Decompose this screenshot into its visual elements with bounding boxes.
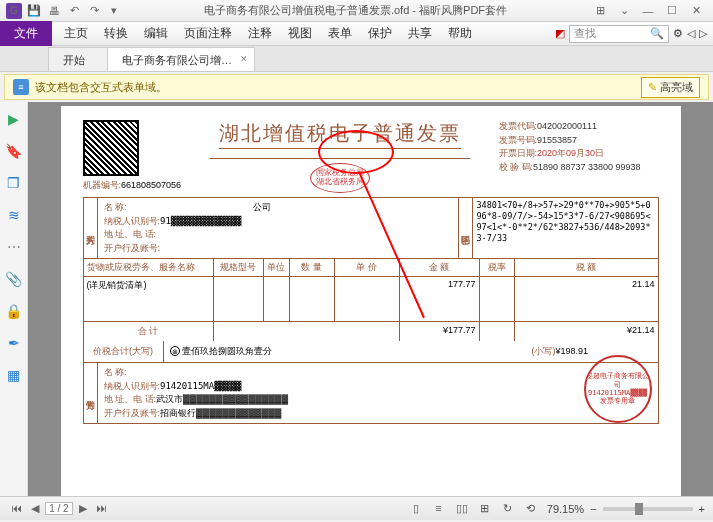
cipher-text: 34801<70+/8+>57+>29*0**70+>905*5+096*8-0… [473, 198, 658, 258]
menu-protect[interactable]: 保护 [360, 21, 400, 46]
file-menu[interactable]: 文件 [0, 21, 52, 46]
undo-icon[interactable]: ↶ [66, 3, 82, 19]
outline-icon[interactable]: 🔖 [5, 142, 23, 160]
menu-view[interactable]: 视图 [280, 21, 320, 46]
company-seal: 旻超电子商务有限公司 91420115MA▓▓▓▓ 发票专用章 [584, 355, 652, 423]
view-modes: ▯ ≡ ▯▯ ⊞ ↻ ⟲ [406, 500, 541, 517]
highlight-label: 高亮域 [660, 80, 693, 95]
single-page-icon[interactable]: ▯ [407, 501, 425, 517]
items-header: 货物或应税劳务、服务名称 规格型号 单位 数 量 单 价 金 额 税率 税 额 [84, 259, 658, 277]
menu-convert[interactable]: 转换 [96, 21, 136, 46]
search-icon[interactable]: 🔍 [650, 27, 664, 40]
zoom-out-icon[interactable]: − [590, 503, 596, 515]
seller-info: 名 称: 纳税人识别号:91420115MA▓▓▓▓▓ 地 址、电 话:武汉市▓… [98, 363, 658, 423]
menu-bar: 文件 主页 转换 编辑 页面注释 注释 视图 表单 保护 共享 帮助 ◩ 查找 … [0, 22, 713, 46]
status-bar: ⏮ ◀ 1 / 2 ▶ ⏭ ▯ ≡ ▯▯ ⊞ ↻ ⟲ 79.15% − + [0, 496, 713, 520]
tab-document[interactable]: 电子商务有限公司增…✕ [107, 47, 255, 71]
buyer-label: 购买方 [84, 198, 98, 258]
zoom-value: 79.15% [547, 503, 584, 515]
rotate-icon[interactable]: ⟲ [522, 501, 540, 517]
continuous-icon[interactable]: ≡ [430, 500, 448, 516]
bookmark-icon[interactable]: ▶ [5, 110, 23, 128]
menu-help[interactable]: 帮助 [440, 21, 480, 46]
page-input[interactable]: 1 / 2 [45, 502, 72, 515]
app-logo: G [6, 3, 22, 19]
zoom-slider[interactable] [603, 507, 693, 511]
annotation-circle-seal [318, 130, 394, 174]
tab-document-label: 电子商务有限公司增… [122, 54, 232, 66]
page-nav: ⏮ ◀ 1 / 2 ▶ ⏭ [8, 502, 110, 515]
highlight-fields-button[interactable]: ✎高亮域 [641, 77, 700, 98]
window-title: 电子商务有限公司增值税电子普通发票.ofd - 福昕风腾PDF套件 [122, 3, 589, 18]
security-icon[interactable]: 🔒 [5, 302, 23, 320]
continuous-facing-icon[interactable]: ⊞ [476, 501, 494, 517]
qr-code [83, 120, 139, 176]
search-placeholder: 查找 [574, 26, 596, 41]
zoom-in-icon[interactable]: + [699, 503, 705, 515]
highlight-icon: ✎ [648, 81, 657, 94]
redo-icon[interactable]: ↷ [86, 3, 102, 19]
tab-start-label: 开始 [63, 54, 85, 66]
maximize-icon[interactable]: ☐ [661, 3, 683, 19]
capital-row: 价税合计(大写) ⊗壹佰玖拾捌圆玖角壹分 (小写)¥198.91 [84, 341, 658, 363]
last-page-icon[interactable]: ⏭ [93, 502, 110, 514]
reflow-icon[interactable]: ↻ [499, 501, 517, 517]
fields-icon[interactable]: ▦ [5, 366, 23, 384]
document-tabs: 开始 电子商务有限公司增…✕ [0, 46, 713, 72]
attachments-icon[interactable]: 📎 [5, 270, 23, 288]
menu-comment[interactable]: 注释 [240, 21, 280, 46]
minimize-icon[interactable]: — [637, 3, 659, 19]
settings-icon[interactable]: ⚙ [673, 27, 683, 40]
ribbon-min-icon[interactable]: ◁ [687, 27, 695, 40]
machine-number: 机器编号:661808507056 [83, 179, 182, 192]
document-canvas[interactable]: 机器编号:661808507056 湖北增值税电子普通发票 国家税务总局 湖北省… [28, 102, 713, 496]
menu-home[interactable]: 主页 [56, 21, 96, 46]
menu-page[interactable]: 页面注释 [176, 21, 240, 46]
ribbon-help-icon[interactable]: ⌄ [613, 3, 635, 19]
info-icon: ≡ [13, 79, 29, 95]
print-icon[interactable]: 🖶 [46, 3, 62, 19]
invoice-codes: 发票代码:042002000111 发票号码:91553857 开票日期:202… [499, 120, 659, 193]
close-icon[interactable]: ✕ [685, 3, 707, 19]
facing-icon[interactable]: ▯▯ [453, 501, 471, 517]
quick-access: G 💾 🖶 ↶ ↷ ▾ [6, 3, 122, 19]
seller-label: 销售方 [84, 363, 98, 423]
menu-edit[interactable]: 编辑 [136, 21, 176, 46]
total-row: 合 计 ¥177.77 ¥21.14 [84, 321, 658, 341]
tab-start[interactable]: 开始 [48, 47, 108, 71]
ribbon-options-icon[interactable]: ⊞ [589, 3, 611, 19]
signatures-icon[interactable]: ✒ [5, 334, 23, 352]
cipher-label: 密码区 [459, 198, 473, 258]
comments-icon[interactable]: ⋯ [5, 238, 23, 256]
menu-share[interactable]: 共享 [400, 21, 440, 46]
qa-dropdown-icon[interactable]: ▾ [106, 3, 122, 19]
search-box[interactable]: 查找 🔍 [569, 25, 669, 43]
flag-icon[interactable]: ◩ [555, 27, 565, 40]
first-page-icon[interactable]: ⏮ [8, 502, 25, 514]
layers-icon[interactable]: ≋ [5, 206, 23, 224]
ribbon-more-icon[interactable]: ▷ [699, 27, 707, 40]
menu-form[interactable]: 表单 [320, 21, 360, 46]
prev-page-icon[interactable]: ◀ [28, 502, 42, 514]
save-icon[interactable]: 💾 [26, 3, 42, 19]
tab-close-icon[interactable]: ✕ [240, 54, 248, 64]
form-info-bar: ≡ 该文档包含交互式表单域。 ✎高亮域 [4, 74, 709, 100]
next-page-icon[interactable]: ▶ [76, 502, 90, 514]
items-row: (详见销货清单) 177.77 21.14 [84, 277, 658, 321]
title-bar: G 💾 🖶 ↶ ↷ ▾ 电子商务有限公司增值税电子普通发票.ofd - 福昕风腾… [0, 0, 713, 22]
info-message: 该文档包含交互式表单域。 [35, 80, 641, 95]
buyer-info: 名 称: 公司 纳税人识别号:91▓▓▓▓▓▓▓▓▓▓▓▓▓ 地 址、电 话: … [98, 198, 458, 258]
pages-icon[interactable]: ❐ [5, 174, 23, 192]
navigation-sidebar: ▶ 🔖 ❐ ≋ ⋯ 📎 🔒 ✒ ▦ [0, 102, 28, 496]
